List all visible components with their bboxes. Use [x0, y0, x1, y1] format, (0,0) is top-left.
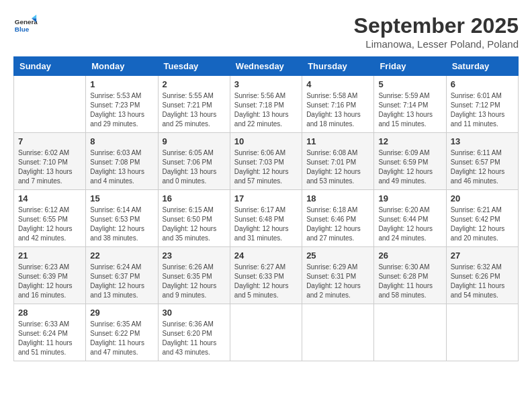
day-cell: 17Sunrise: 6:17 AM Sunset: 6:48 PM Dayli… — [230, 190, 302, 247]
day-header-monday: Monday — [86, 57, 158, 76]
day-info: Sunrise: 6:17 AM Sunset: 6:48 PM Dayligh… — [234, 205, 298, 243]
day-number: 2 — [163, 79, 226, 89]
day-cell: 16Sunrise: 6:15 AM Sunset: 6:50 PM Dayli… — [158, 190, 230, 247]
day-cell — [446, 304, 518, 361]
day-cell: 28Sunrise: 6:33 AM Sunset: 6:24 PM Dayli… — [14, 304, 86, 361]
week-row-0: 1Sunrise: 5:53 AM Sunset: 7:23 PM Daylig… — [14, 76, 519, 133]
day-cell: 26Sunrise: 6:30 AM Sunset: 6:28 PM Dayli… — [374, 247, 446, 304]
day-cell: 1Sunrise: 5:53 AM Sunset: 7:23 PM Daylig… — [86, 76, 158, 133]
day-cell: 27Sunrise: 6:32 AM Sunset: 6:26 PM Dayli… — [446, 247, 518, 304]
day-cell: 11Sunrise: 6:08 AM Sunset: 7:01 PM Dayli… — [302, 133, 374, 190]
week-row-3: 21Sunrise: 6:23 AM Sunset: 6:39 PM Dayli… — [14, 247, 519, 304]
svg-marker-3 — [32, 15, 36, 18]
day-info: Sunrise: 6:30 AM Sunset: 6:28 PM Dayligh… — [378, 263, 441, 300]
day-cell — [374, 304, 446, 361]
day-cell: 10Sunrise: 6:06 AM Sunset: 7:03 PM Dayli… — [230, 133, 302, 190]
day-number: 18 — [306, 193, 369, 203]
day-info: Sunrise: 6:18 AM Sunset: 6:46 PM Dayligh… — [306, 205, 369, 243]
day-cell: 4Sunrise: 5:58 AM Sunset: 7:16 PM Daylig… — [302, 76, 374, 133]
title-area: September 2025 Limanowa, Lesser Poland, … — [354, 13, 519, 50]
day-number: 27 — [451, 250, 514, 261]
day-number: 24 — [234, 250, 298, 261]
day-info: Sunrise: 5:56 AM Sunset: 7:18 PM Dayligh… — [234, 91, 298, 129]
day-number: 17 — [234, 193, 298, 203]
day-number: 3 — [234, 79, 298, 89]
day-cell: 21Sunrise: 6:23 AM Sunset: 6:39 PM Dayli… — [14, 247, 86, 304]
day-cell: 9Sunrise: 6:05 AM Sunset: 7:06 PM Daylig… — [158, 133, 230, 190]
day-cell: 5Sunrise: 5:59 AM Sunset: 7:14 PM Daylig… — [374, 76, 446, 133]
day-info: Sunrise: 6:09 AM Sunset: 6:59 PM Dayligh… — [378, 148, 441, 186]
day-cell — [14, 76, 86, 133]
day-info: Sunrise: 6:32 AM Sunset: 6:26 PM Dayligh… — [451, 263, 514, 300]
day-number: 22 — [90, 250, 153, 261]
day-header-thursday: Thursday — [302, 57, 374, 76]
day-cell: 22Sunrise: 6:24 AM Sunset: 6:37 PM Dayli… — [86, 247, 158, 304]
calendar-body: 1Sunrise: 5:53 AM Sunset: 7:23 PM Daylig… — [14, 76, 519, 361]
day-info: Sunrise: 6:15 AM Sunset: 6:50 PM Dayligh… — [163, 205, 226, 243]
day-number: 26 — [378, 250, 441, 261]
day-info: Sunrise: 6:06 AM Sunset: 7:03 PM Dayligh… — [234, 148, 298, 186]
day-header-sunday: Sunday — [14, 57, 86, 76]
day-number: 20 — [451, 193, 514, 203]
day-number: 6 — [451, 79, 514, 89]
days-of-week-row: SundayMondayTuesdayWednesdayThursdayFrid… — [14, 57, 519, 76]
day-info: Sunrise: 6:29 AM Sunset: 6:31 PM Dayligh… — [306, 263, 369, 300]
day-number: 7 — [18, 136, 81, 146]
day-info: Sunrise: 6:26 AM Sunset: 6:35 PM Dayligh… — [163, 263, 226, 300]
day-info: Sunrise: 5:53 AM Sunset: 7:23 PM Dayligh… — [90, 91, 153, 129]
day-info: Sunrise: 6:24 AM Sunset: 6:37 PM Dayligh… — [90, 263, 153, 300]
day-number: 14 — [18, 193, 81, 203]
day-number: 21 — [18, 250, 81, 261]
day-number: 15 — [90, 193, 153, 203]
day-number: 23 — [163, 250, 226, 261]
day-cell: 24Sunrise: 6:27 AM Sunset: 6:33 PM Dayli… — [230, 247, 302, 304]
day-number: 9 — [163, 136, 226, 146]
day-info: Sunrise: 5:55 AM Sunset: 7:21 PM Dayligh… — [163, 91, 226, 129]
day-info: Sunrise: 6:08 AM Sunset: 7:01 PM Dayligh… — [306, 148, 369, 186]
location-subtitle: Limanowa, Lesser Poland, Poland — [354, 38, 519, 50]
day-cell: 30Sunrise: 6:36 AM Sunset: 6:20 PM Dayli… — [158, 304, 230, 361]
day-cell: 2Sunrise: 5:55 AM Sunset: 7:21 PM Daylig… — [158, 76, 230, 133]
day-number: 16 — [163, 193, 226, 203]
day-info: Sunrise: 6:35 AM Sunset: 6:22 PM Dayligh… — [90, 320, 153, 357]
day-number: 29 — [90, 308, 153, 318]
day-cell: 18Sunrise: 6:18 AM Sunset: 6:46 PM Dayli… — [302, 190, 374, 247]
week-row-2: 14Sunrise: 6:12 AM Sunset: 6:55 PM Dayli… — [14, 190, 519, 247]
day-cell: 15Sunrise: 6:14 AM Sunset: 6:53 PM Dayli… — [86, 190, 158, 247]
day-header-saturday: Saturday — [446, 57, 518, 76]
day-info: Sunrise: 6:33 AM Sunset: 6:24 PM Dayligh… — [18, 320, 81, 357]
day-cell: 6Sunrise: 6:01 AM Sunset: 7:12 PM Daylig… — [446, 76, 518, 133]
day-info: Sunrise: 6:12 AM Sunset: 6:55 PM Dayligh… — [18, 205, 81, 243]
day-info: Sunrise: 5:58 AM Sunset: 7:16 PM Dayligh… — [306, 91, 369, 129]
month-year-title: September 2025 — [354, 13, 519, 38]
day-cell: 19Sunrise: 6:20 AM Sunset: 6:44 PM Dayli… — [374, 190, 446, 247]
day-number: 5 — [378, 79, 441, 89]
day-cell: 3Sunrise: 5:56 AM Sunset: 7:18 PM Daylig… — [230, 76, 302, 133]
header: General Blue September 2025 Limanowa, Le… — [13, 13, 519, 50]
day-cell: 20Sunrise: 6:21 AM Sunset: 6:42 PM Dayli… — [446, 190, 518, 247]
day-info: Sunrise: 6:20 AM Sunset: 6:44 PM Dayligh… — [378, 205, 441, 243]
day-cell: 25Sunrise: 6:29 AM Sunset: 6:31 PM Dayli… — [302, 247, 374, 304]
day-info: Sunrise: 6:27 AM Sunset: 6:33 PM Dayligh… — [234, 263, 298, 300]
day-number: 10 — [234, 136, 298, 146]
logo-icon: General Blue — [13, 13, 38, 38]
day-info: Sunrise: 6:05 AM Sunset: 7:06 PM Dayligh… — [163, 148, 226, 186]
day-cell: 12Sunrise: 6:09 AM Sunset: 6:59 PM Dayli… — [374, 133, 446, 190]
day-cell: 13Sunrise: 6:11 AM Sunset: 6:57 PM Dayli… — [446, 133, 518, 190]
day-cell — [230, 304, 302, 361]
day-number: 4 — [306, 79, 369, 89]
day-cell: 8Sunrise: 6:03 AM Sunset: 7:08 PM Daylig… — [86, 133, 158, 190]
day-info: Sunrise: 6:23 AM Sunset: 6:39 PM Dayligh… — [18, 263, 81, 300]
day-number: 30 — [163, 308, 226, 318]
day-header-friday: Friday — [374, 57, 446, 76]
logo: General Blue — [13, 13, 38, 38]
day-number: 19 — [378, 193, 441, 203]
day-number: 8 — [90, 136, 153, 146]
day-header-tuesday: Tuesday — [158, 57, 230, 76]
day-header-wednesday: Wednesday — [230, 57, 302, 76]
day-cell: 14Sunrise: 6:12 AM Sunset: 6:55 PM Dayli… — [14, 190, 86, 247]
day-info: Sunrise: 6:11 AM Sunset: 6:57 PM Dayligh… — [451, 148, 514, 186]
calendar-header: SundayMondayTuesdayWednesdayThursdayFrid… — [14, 57, 519, 76]
day-number: 11 — [306, 136, 369, 146]
day-info: Sunrise: 6:03 AM Sunset: 7:08 PM Dayligh… — [90, 148, 153, 186]
